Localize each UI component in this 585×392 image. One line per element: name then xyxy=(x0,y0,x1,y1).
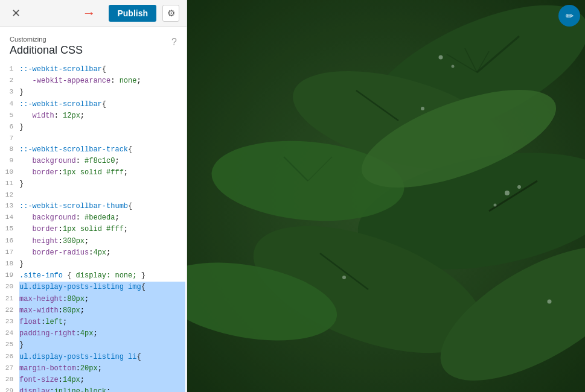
gear-button[interactable]: ⚙ xyxy=(162,5,179,22)
code-line: 12 xyxy=(0,190,187,201)
right-panel: ✏ xyxy=(187,0,585,392)
line-content: -webkit-appearance: none; xyxy=(19,75,185,87)
line-content: .site-info { display: none; } xyxy=(19,270,185,282)
code-line: 29display:inline-block; xyxy=(0,386,187,392)
code-line: 18} xyxy=(0,259,187,270)
close-button[interactable]: ✕ xyxy=(7,5,24,22)
line-content: ::-webkit-scrollbar-thumb{ xyxy=(19,201,185,212)
customizing-title-group: Customizing Additional CSS xyxy=(10,36,83,57)
line-content: } xyxy=(19,259,185,270)
line-content: ul.display-posts-listing img{ xyxy=(19,282,185,293)
line-number: 6 xyxy=(0,122,19,133)
line-number: 1 xyxy=(0,64,19,75)
line-content: border-radius:4px; xyxy=(19,247,185,259)
code-line: 11} xyxy=(0,179,187,190)
line-content: background: #f8c1c0; xyxy=(19,156,185,167)
customizing-label: Customizing xyxy=(10,36,83,43)
arrow-indicator: → xyxy=(30,5,99,21)
customizing-header: Customizing Additional CSS ? xyxy=(0,27,187,59)
edit-icon: ✏ xyxy=(566,10,574,22)
code-line: 6} xyxy=(0,122,187,133)
close-icon: ✕ xyxy=(11,7,21,20)
line-number: 2 xyxy=(0,75,19,87)
code-line: 22max-width:80px; xyxy=(0,305,187,317)
edit-icon-overlay[interactable]: ✏ xyxy=(558,5,580,27)
code-line: 4::-webkit-scrollbar{ xyxy=(0,99,187,110)
line-content xyxy=(19,190,185,201)
line-content: ::-webkit-scrollbar{ xyxy=(19,64,185,75)
line-content: width: 12px; xyxy=(19,110,185,122)
leaf-background xyxy=(187,0,585,392)
line-number: 13 xyxy=(0,201,19,212)
left-panel: ✕ → Publish ⚙ Customizing Additional CSS… xyxy=(0,0,187,392)
code-line: 27margin-bottom:20px; xyxy=(0,363,187,375)
code-line: 7 xyxy=(0,133,187,144)
code-line: 1::-webkit-scrollbar{ xyxy=(0,64,187,75)
line-number: 22 xyxy=(0,305,19,317)
line-content: float:left; xyxy=(19,317,185,328)
line-number: 20 xyxy=(0,282,19,293)
line-number: 27 xyxy=(0,363,19,375)
code-line: 8::-webkit-scrollbar-track{ xyxy=(0,144,187,156)
code-line: 10 border:1px solid #fff; xyxy=(0,167,187,179)
line-number: 18 xyxy=(0,259,19,270)
code-line: 25} xyxy=(0,340,187,351)
line-number: 28 xyxy=(0,375,19,386)
arrow-icon: → xyxy=(82,5,95,21)
code-line: 26ul.display-posts-listing li{ xyxy=(0,352,187,363)
line-number: 25 xyxy=(0,340,19,351)
gear-icon: ⚙ xyxy=(167,8,175,19)
line-content: } xyxy=(19,87,185,98)
code-editor[interactable]: 1::-webkit-scrollbar{2 -webkit-appearanc… xyxy=(0,59,187,392)
code-line: 20ul.display-posts-listing img{ xyxy=(0,282,187,293)
line-content: padding-right:4px; xyxy=(19,328,185,340)
code-line: 9 background: #f8c1c0; xyxy=(0,156,187,167)
line-number: 29 xyxy=(0,386,19,392)
help-icon[interactable]: ? xyxy=(171,37,177,48)
line-number: 3 xyxy=(0,87,19,98)
code-line: 21max-height:80px; xyxy=(0,294,187,305)
line-content: } xyxy=(19,179,185,190)
line-number: 24 xyxy=(0,328,19,340)
line-content: margin-bottom:20px; xyxy=(19,363,185,375)
line-number: 23 xyxy=(0,317,19,328)
code-line: 24padding-right:4px; xyxy=(0,328,187,340)
line-number: 15 xyxy=(0,224,19,235)
line-content: border:1px solid #fff; xyxy=(19,167,185,179)
line-number: 14 xyxy=(0,212,19,224)
additional-css-title: Additional CSS xyxy=(10,44,83,57)
code-line: 23float:left; xyxy=(0,317,187,328)
line-content: } xyxy=(19,122,185,133)
code-line: 16 height:300px; xyxy=(0,236,187,247)
line-number: 5 xyxy=(0,110,19,122)
code-line: 19.site-info { display: none; } xyxy=(0,270,187,282)
line-content: border:1px solid #fff; xyxy=(19,224,185,235)
code-line: 13::-webkit-scrollbar-thumb{ xyxy=(0,201,187,212)
line-number: 26 xyxy=(0,352,19,363)
line-number: 9 xyxy=(0,156,19,167)
code-line: 28font-size:14px; xyxy=(0,375,187,386)
line-content: font-size:14px; xyxy=(19,375,185,386)
code-line: 3} xyxy=(0,87,187,98)
line-content: ul.display-posts-listing li{ xyxy=(19,352,185,363)
line-number: 4 xyxy=(0,99,19,110)
line-number: 19 xyxy=(0,270,19,282)
line-content xyxy=(19,133,185,144)
line-number: 17 xyxy=(0,247,19,259)
line-number: 21 xyxy=(0,294,19,305)
line-number: 10 xyxy=(0,167,19,179)
line-number: 12 xyxy=(0,190,19,201)
line-content: ::-webkit-scrollbar-track{ xyxy=(19,144,185,156)
publish-button[interactable]: Publish xyxy=(109,5,156,22)
code-line: 14 background: #bededa; xyxy=(0,212,187,224)
line-content: display:inline-block; xyxy=(19,386,185,392)
line-content: max-width:80px; xyxy=(19,305,185,317)
line-content: background: #bededa; xyxy=(19,212,185,224)
line-content: } xyxy=(19,340,185,351)
line-number: 8 xyxy=(0,144,19,156)
line-content: max-height:80px; xyxy=(19,294,185,305)
code-line: 17 border-radius:4px; xyxy=(0,247,187,259)
line-number: 16 xyxy=(0,236,19,247)
line-number: 7 xyxy=(0,133,19,144)
line-content: height:300px; xyxy=(19,236,185,247)
